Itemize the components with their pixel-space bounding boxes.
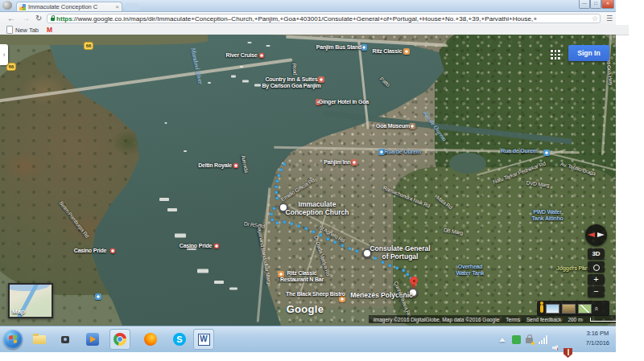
address-bar[interactable]: https://www.google.co.in/maps/dir/Immacu… [47,14,601,23]
screen: Immaculate Conception C × — □ × ← → ↻ ht… [0,0,644,361]
forward-button[interactable]: → [22,13,30,24]
compass-control[interactable] [585,224,607,246]
label-black-sheep-bistro[interactable]: The Black Sheep Bistro [286,291,345,297]
google-apps-grid-icon[interactable] [551,50,560,59]
route-dot [312,230,315,233]
label-goa-museum[interactable]: Goa Museum [376,123,410,129]
label-consulate-general-of-portugal[interactable]: Consulate General of Portugal [369,244,430,260]
label-panjim-bus-stand[interactable]: Panjim Bus Stand [316,44,361,51]
network-icon[interactable] [539,335,547,344]
route-shield-66[interactable]: 66 [84,42,93,50]
bookmark-gmail[interactable]: M [47,26,52,34]
3d-view-button[interactable]: 3D [588,248,605,260]
poi-icon[interactable] [110,248,116,254]
close-button[interactable]: × [601,0,614,9]
gmail-icon: M [47,26,52,34]
label-country-inn[interactable]: Country Inn & Suites By Carlson Goa Panj… [262,76,320,90]
terrain-thumbnail[interactable] [562,304,576,314]
location-dot-icon [593,265,600,271]
label-rua-de-ourem[interactable]: Rua de Ourem [384,149,420,155]
volume-muted-icon[interactable] [552,345,558,351]
camera-icon [61,336,69,343]
label-river-cruise[interactable]: River Cruise [226,52,258,59]
poi-icon[interactable] [214,244,220,249]
poi-icon[interactable] [233,163,239,169]
roadmap-thumbnail[interactable] [578,304,592,314]
windows-logo-icon [9,334,17,343]
minimize-button[interactable]: — [579,0,590,9]
label-ritz-classic-restaurant[interactable]: Ritz Classic Restaurant N Bar [280,270,324,284]
label-joggers-park[interactable]: Joggers Park [556,265,590,272]
route-dot [381,260,384,264]
map-inset-toggle[interactable]: Map [8,283,53,318]
explorer-icon [33,335,46,344]
label-pwd-water-tank[interactable]: PWD Water Tank Altinho [531,209,563,223]
dock-icon[interactable] [95,293,101,300]
back-button[interactable]: ← [7,13,15,24]
tray-security-icon[interactable] [526,338,533,343]
taskbar-chrome-button[interactable] [109,329,130,350]
restaurant-icon[interactable] [403,48,410,55]
label-overhead-water-tank[interactable]: Overhead Water Tank [456,264,485,277]
bookmark-new-tab[interactable]: New Tab [6,26,39,34]
taskbar-explorer-button[interactable] [29,329,50,350]
zoom-in-button[interactable]: + [588,274,605,285]
pegman-icon[interactable] [540,305,543,313]
map-canvas[interactable]: › Sign In 3D + − « Imagery ©2016 Digital… [0,35,616,326]
send-feedback-link[interactable]: Send feedback [526,317,561,322]
expand-panel-button[interactable]: › [0,44,8,65]
boat [184,150,187,152]
hotel-icon[interactable] [351,159,357,166]
destination-pin[interactable] [410,277,418,285]
collapse-chevron-icon[interactable]: « [592,306,601,310]
bus-station-icon[interactable] [361,44,367,51]
tab-close-icon[interactable]: × [115,4,119,10]
label-immaculate-conception-church[interactable]: Immaculate Conception Church [286,200,349,216]
label-ginger-hotel[interactable]: Ginger Hotel in Goa [319,99,369,105]
bookmark-star-icon[interactable]: ☆ [592,14,598,23]
taskbar-skype-button[interactable]: S [169,329,190,350]
taskbar-firefox-button[interactable] [140,329,161,350]
imagery-thumbnail[interactable] [546,304,559,314]
zoom-out-button[interactable]: − [588,286,605,297]
terms-link[interactable]: Terms [506,317,520,322]
browser-window: Immaculate Conception C × — □ × ← → ↻ ht… [0,0,616,351]
reload-button[interactable]: ↻ [35,13,42,24]
dock-icon[interactable] [543,150,550,156]
boat [240,66,243,68]
label-casino-pride[interactable]: Casino Pride [74,248,106,254]
boat [197,269,208,273]
label-deltin-royale[interactable]: Deltin Royale [198,162,232,169]
route-dot [270,218,274,221]
poi-icon[interactable] [259,53,265,59]
browser-toolbar: ← → ↻ https://www.google.co.in/maps/dir/… [0,12,616,25]
label-rua-de-ourem[interactable]: Rua de Ourem [501,148,537,154]
taskbar-clock[interactable]: 3:16 PM 7/1/2016 [586,329,609,348]
page-icon [6,26,13,34]
window-system-icon[interactable] [2,1,12,10]
url-text[interactable]: https://www.google.co.in/maps/dir/Immacu… [56,15,597,23]
maximize-button[interactable]: □ [590,0,601,9]
show-hidden-icons-button[interactable] [499,338,506,342]
label-ritz-classic[interactable]: Ritz Classic [373,48,402,55]
route-shield-66[interactable]: 66 [6,63,16,71]
tray-app-icon[interactable] [512,335,521,344]
route-dot [275,191,278,194]
label-road[interactable]: Road [291,63,298,75]
start-button[interactable] [3,330,23,349]
label-casino-pride[interactable]: Casino Pride [180,243,212,249]
new-tab-button[interactable] [125,3,139,10]
tray-shield-icon[interactable] [564,348,572,358]
museum-icon[interactable] [409,123,415,129]
taskbar-media-player-button[interactable] [82,329,103,350]
route-dot [283,220,286,224]
label-panjim-inn[interactable]: Panjim Inn [324,159,350,166]
sign-in-button[interactable]: Sign In [568,45,609,61]
my-location-button[interactable] [588,261,605,273]
taskbar-camera-button[interactable] [55,329,76,350]
browser-tab[interactable]: Immaculate Conception C × [16,2,122,11]
https-lock-icon[interactable] [51,18,55,21]
window-controls: — □ × [579,0,614,9]
taskbar-word-button[interactable]: W [193,329,214,350]
chrome-menu-icon[interactable]: ☰ [606,14,613,23]
